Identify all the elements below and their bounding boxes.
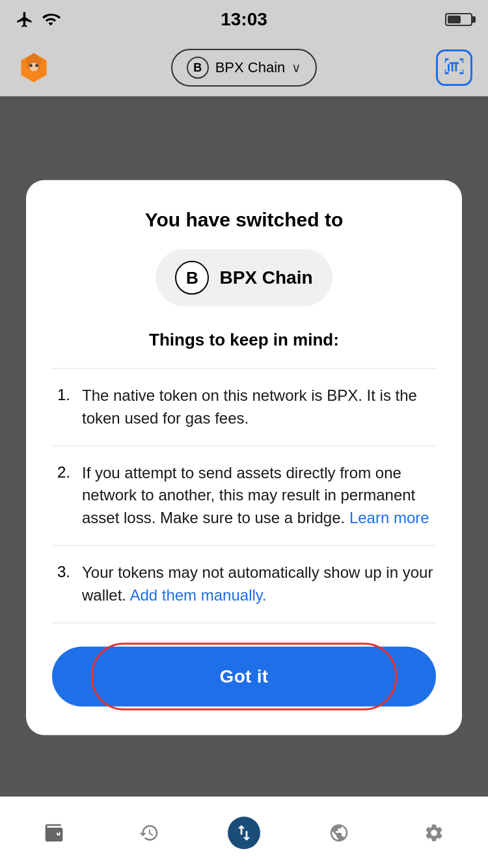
learn-more-link[interactable]: Learn more: [349, 509, 429, 526]
list-item: 3. Your tokens may not automatically sho…: [52, 546, 436, 623]
list-item: 2. If you attempt to send assets directl…: [52, 446, 436, 545]
wifi-icon: [40, 10, 61, 29]
tab-settings[interactable]: [408, 810, 460, 856]
tab-history[interactable]: [123, 810, 175, 856]
chain-badge: B BPX Chain: [156, 249, 332, 306]
list-number-3: 3.: [52, 563, 70, 581]
got-it-button[interactable]: Got it: [52, 646, 436, 706]
section-title: Things to keep in mind:: [52, 330, 436, 350]
modal: You have switched to B BPX Chain Things …: [26, 180, 462, 735]
network-selector[interactable]: B BPX Chain ∨: [171, 49, 318, 87]
history-tab-icon: [133, 817, 165, 849]
list-text-2: If you attempt to send assets directly f…: [82, 461, 436, 529]
scan-button[interactable]: [436, 49, 472, 86]
nav-bar: B BPX Chain ∨: [0, 39, 488, 96]
tab-wallet[interactable]: [28, 810, 80, 856]
airplane-icon: [16, 10, 34, 29]
list-number-1: 1.: [52, 386, 70, 404]
swap-tab-icon: [228, 817, 260, 849]
svg-point-3: [29, 64, 32, 66]
status-bar: 13:03: [0, 0, 488, 39]
chevron-down-icon: ∨: [291, 60, 301, 75]
tab-swap[interactable]: [218, 810, 270, 856]
modal-title: You have switched to: [52, 209, 436, 231]
status-left: [16, 10, 61, 29]
status-right: [445, 13, 472, 26]
browser-tab-icon: [323, 817, 355, 849]
network-name: BPX Chain: [215, 59, 286, 76]
list-text-3: Your tokens may not automatically show u…: [82, 562, 436, 607]
tab-browser[interactable]: [313, 810, 365, 856]
svg-point-4: [35, 64, 38, 66]
status-time: 13:03: [221, 9, 267, 30]
settings-tab-icon: [418, 817, 450, 849]
battery-icon: [445, 13, 472, 26]
list-item: 1. The native token on this network is B…: [52, 369, 436, 446]
main-area: You have switched to B BPX Chain Things …: [0, 96, 488, 796]
add-manually-link[interactable]: Add them manually.: [129, 586, 266, 604]
chain-badge-name: BPX Chain: [219, 267, 312, 288]
list-number-2: 2.: [52, 463, 70, 481]
metamask-logo: [16, 49, 52, 86]
wallet-tab-icon: [38, 817, 70, 849]
info-list: 1. The native token on this network is B…: [52, 368, 436, 623]
network-logo: B: [187, 57, 209, 79]
tab-bar: [0, 796, 488, 868]
chain-badge-logo: B: [175, 261, 209, 295]
list-text-1: The native token on this network is BPX.…: [82, 385, 436, 430]
svg-point-2: [29, 62, 38, 71]
